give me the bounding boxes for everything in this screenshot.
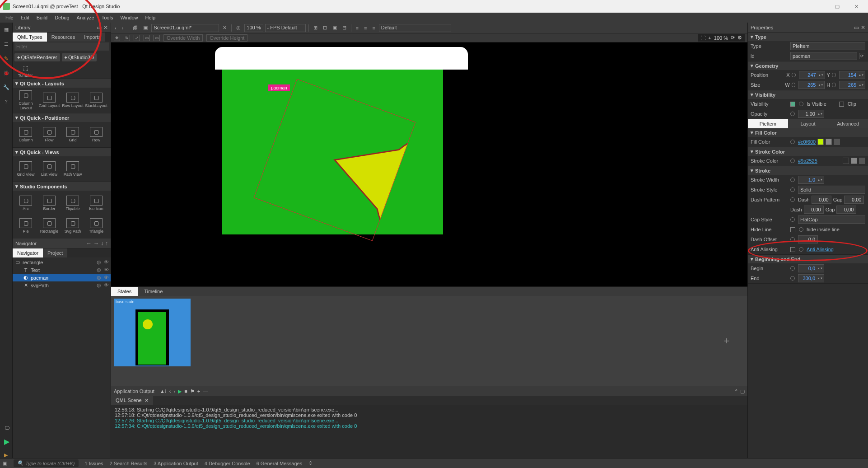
- close-button[interactable]: ✕: [847, 1, 865, 11]
- capstyle-combo[interactable]: FlatCap: [798, 215, 865, 224]
- chip-qtstudio3d[interactable]: + QtStudio3D: [62, 53, 97, 61]
- size-w-input[interactable]: 265▲▼: [798, 81, 825, 89]
- library-item[interactable]: ▢Iso Icon: [85, 192, 107, 214]
- nav-row-rectangle[interactable]: ▭rectangle◍👁: [13, 258, 111, 266]
- library-item[interactable]: ▢Triangle: [85, 215, 107, 237]
- ptab-layout[interactable]: Layout: [788, 119, 828, 128]
- bug-icon[interactable]: 🐞: [2, 69, 10, 77]
- begin-input[interactable]: 0,0▲▼: [798, 264, 824, 272]
- menu-file[interactable]: File: [3, 14, 16, 21]
- tab-imports[interactable]: Imports: [79, 33, 105, 42]
- strokecolor-swatch[interactable]: [843, 158, 849, 164]
- tool5-icon[interactable]: ▭: [154, 35, 160, 41]
- library-item[interactable]: ▢Flipable: [61, 192, 84, 214]
- grid2-icon[interactable]: ⊟: [341, 24, 348, 32]
- library-item[interactable]: ▢Arc: [14, 192, 37, 214]
- menu-build[interactable]: Build: [34, 14, 50, 21]
- nav-down-icon[interactable]: ↓: [101, 240, 103, 247]
- target-icon[interactable]: ◎: [234, 24, 243, 32]
- monitor-icon[interactable]: 🖵: [3, 424, 11, 432]
- tool4-icon[interactable]: ▭: [144, 35, 150, 41]
- clip-check[interactable]: [839, 102, 844, 107]
- minus-icon[interactable]: —: [203, 388, 208, 394]
- nav-left-icon[interactable]: ←: [86, 240, 92, 247]
- attach-icon[interactable]: ⚑: [190, 388, 195, 394]
- library-item[interactable]: ▢Column: [14, 124, 37, 145]
- library-item[interactable]: ▢List View: [38, 158, 61, 180]
- end-input[interactable]: 300,0▲▼: [798, 274, 824, 282]
- close-panel-icon[interactable]: ✕: [103, 24, 108, 31]
- rotate-icon[interactable]: ↻: [124, 35, 130, 41]
- fps-combo[interactable]: - FPS Default: [265, 24, 306, 32]
- align-c-icon[interactable]: ≡: [362, 24, 369, 32]
- list-icon[interactable]: ☰: [2, 40, 10, 48]
- file-combo[interactable]: Screen01.ui.qml*: [151, 24, 219, 32]
- library-item[interactable]: ▢Svg Path: [61, 215, 84, 237]
- style-combo[interactable]: Default: [379, 24, 451, 32]
- library-item[interactable]: ▢Border: [38, 192, 61, 214]
- anchor-icon[interactable]: ⊡: [321, 24, 329, 32]
- menu-tools[interactable]: Tools: [99, 14, 116, 21]
- align-r-icon[interactable]: ≡: [370, 24, 377, 32]
- nav-row-svgPath[interactable]: ✕svgPath◍👁: [13, 281, 111, 289]
- library-item[interactable]: ▢Row Layout: [61, 89, 84, 111]
- menu-debug[interactable]: Debug: [52, 14, 72, 21]
- align-l-icon[interactable]: ≡: [354, 24, 360, 32]
- split2-icon[interactable]: ▭: [854, 24, 859, 31]
- status-debugger[interactable]: 4 Debugger Console: [205, 461, 250, 466]
- play-icon[interactable]: ▶: [178, 388, 182, 394]
- fit-icon[interactable]: +: [708, 35, 711, 41]
- override-width[interactable]: Override Width: [163, 34, 203, 42]
- library-item[interactable]: ▢Grid: [61, 124, 84, 145]
- opacity-input[interactable]: 1,00▲▼: [798, 110, 824, 118]
- nav-row-pacman[interactable]: ◐pacman◍👁: [13, 274, 111, 281]
- zoom-combo[interactable]: 100 %: [244, 24, 263, 32]
- close-file-icon[interactable]: ✕: [221, 24, 229, 32]
- nav-right-icon[interactable]: →: [93, 240, 99, 247]
- nav-row-Text[interactable]: TText◍👁: [13, 266, 111, 274]
- minimize-button[interactable]: —: [809, 1, 827, 11]
- gear-icon[interactable]: ⚙: [737, 35, 742, 41]
- menu-analyze[interactable]: Analyze: [74, 14, 97, 21]
- menu-edit[interactable]: Edit: [18, 14, 32, 21]
- strokewidth-input[interactable]: 1,0▲▼: [798, 176, 824, 184]
- fillcolor-value[interactable]: #c0f600: [798, 139, 816, 145]
- antialias-check[interactable]: [790, 247, 795, 252]
- hideline-check[interactable]: [790, 227, 795, 232]
- override-height[interactable]: Override Height: [206, 34, 247, 42]
- split-icon[interactable]: ▭: [97, 24, 102, 31]
- bound-icon[interactable]: ▣: [331, 24, 339, 32]
- library-item[interactable]: ▢Flow: [38, 124, 61, 145]
- edit-icon[interactable]: ✎: [2, 54, 10, 62]
- library-item[interactable]: ▢Column Layout: [14, 89, 37, 111]
- forward-icon[interactable]: ›: [120, 24, 126, 32]
- back-icon[interactable]: ‹: [113, 24, 118, 32]
- output-tab-qmlscene[interactable]: QML Scene ✕: [111, 396, 153, 405]
- help-icon[interactable]: ?: [2, 98, 10, 106]
- next-icon[interactable]: ›: [173, 388, 175, 394]
- ptab-pieitem[interactable]: PieItem: [748, 119, 788, 128]
- maximize-button[interactable]: ▢: [828, 1, 846, 11]
- snap-icon[interactable]: ⊞: [312, 24, 319, 32]
- id-action-icon[interactable]: ⟳: [859, 53, 865, 59]
- state-card-base[interactable]: base state: [114, 299, 191, 366]
- filter-input[interactable]: [14, 42, 109, 51]
- tab-resources[interactable]: Resources: [47, 33, 80, 42]
- scale-icon[interactable]: ⤢: [134, 35, 140, 41]
- grid-icon[interactable]: ▦: [2, 25, 10, 33]
- library-item[interactable]: ▢Grid View: [14, 158, 37, 180]
- tab-project[interactable]: Project: [43, 248, 67, 257]
- run-icon[interactable]: ▶: [3, 437, 11, 445]
- menu-help[interactable]: Help: [143, 14, 159, 21]
- pos-y-input[interactable]: 154▲▼: [839, 71, 865, 79]
- fillcolor-swatch[interactable]: [817, 139, 824, 145]
- stop-icon[interactable]: ▲⁞: [160, 388, 167, 394]
- panel-toggle-icon[interactable]: ▣: [3, 460, 7, 466]
- library-item[interactable]: ▢Rectangle: [38, 215, 61, 237]
- stop2-icon[interactable]: ■: [184, 388, 187, 394]
- library-item[interactable]: ▢StackLayout: [85, 89, 107, 111]
- tab-navigator[interactable]: Navigator: [13, 248, 43, 257]
- canvas[interactable]: pacman: [111, 42, 747, 286]
- size-h-input[interactable]: 265▲▼: [839, 81, 865, 89]
- status-messages[interactable]: 6 General Messages: [257, 461, 303, 466]
